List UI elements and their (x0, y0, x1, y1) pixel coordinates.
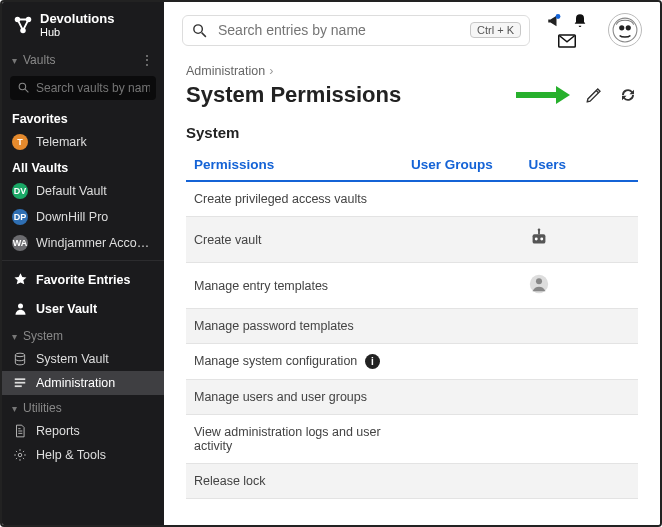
svg-point-17 (626, 25, 631, 30)
title-bar: System Permissions (186, 80, 638, 120)
table-row[interactable]: Manage entry templates (186, 263, 638, 309)
brand-sub: Hub (40, 26, 114, 38)
section-heading: System (186, 124, 638, 141)
sidebar-item-label: Telemark (36, 135, 87, 149)
sidebar-item-help-tools[interactable]: Help & Tools (2, 443, 164, 467)
sidebar-item-label: DownHill Pro (36, 210, 108, 224)
favorites-label: Favorites (2, 106, 164, 129)
svg-rect-18 (533, 234, 546, 243)
bell-icon[interactable] (572, 13, 588, 29)
sidebar-item-reports[interactable]: Reports (2, 419, 164, 443)
brand: Devolutions Hub (2, 2, 164, 46)
perm-label: Create privileged access vaults (194, 192, 367, 206)
svg-point-22 (538, 228, 541, 231)
global-search-input[interactable] (218, 22, 460, 38)
page-title: System Permissions (186, 82, 401, 108)
sidebar-item-system-vault[interactable]: System Vault (2, 347, 164, 371)
chevron-down-icon: ▾ (12, 331, 17, 342)
svg-point-15 (613, 18, 637, 42)
sidebar-item-telemark[interactable]: T Telemark (2, 129, 164, 155)
sidebar-item-label: Default Vault (36, 184, 107, 198)
col-users[interactable]: Users (520, 151, 638, 181)
all-vaults-label: All Vaults (2, 155, 164, 178)
user-avatar[interactable] (608, 13, 642, 47)
sidebar-item-user-vault[interactable]: User Vault (2, 294, 164, 323)
robot-icon (528, 227, 550, 249)
content: Administration› System Permissions Syste… (164, 54, 660, 525)
svg-point-6 (15, 354, 24, 358)
sidebar-item-administration[interactable]: Administration (2, 371, 164, 395)
top-icons (546, 12, 588, 48)
perm-label: Manage password templates (194, 319, 354, 333)
chevron-right-icon: › (269, 64, 273, 78)
vaults-heading[interactable]: ▾Vaults ⋮ (2, 46, 164, 72)
edit-button[interactable] (584, 85, 604, 105)
star-icon (12, 272, 28, 287)
table-row[interactable]: Release lock (186, 464, 638, 499)
svg-point-19 (535, 237, 538, 240)
sidebar-item-label: Reports (36, 424, 80, 438)
gear-icon (12, 448, 28, 462)
col-permissions[interactable]: Permissions (186, 151, 403, 181)
refresh-button[interactable] (618, 85, 638, 105)
svg-rect-7 (15, 379, 26, 381)
sidebar-item-default-vault[interactable]: DV Default Vault (2, 178, 164, 204)
vault-badge: T (12, 134, 28, 150)
table-row[interactable]: View administration logs and user activi… (186, 415, 638, 464)
highlight-arrow (516, 88, 570, 102)
database-icon (12, 352, 28, 366)
utilities-heading[interactable]: ▾Utilities (2, 395, 164, 419)
svg-point-3 (19, 84, 26, 91)
mail-icon[interactable] (558, 34, 576, 48)
svg-point-13 (556, 14, 561, 19)
brand-name: Devolutions (40, 11, 114, 26)
col-user-groups[interactable]: User Groups (403, 151, 521, 181)
chevron-down-icon: ▾ (12, 55, 17, 66)
sidebar-item-label: Favorite Entries (36, 273, 130, 287)
sidebar-item-label: User Vault (36, 302, 97, 316)
table-row[interactable]: Manage password templates (186, 309, 638, 344)
chevron-down-icon: ▾ (12, 403, 17, 414)
svg-line-4 (25, 90, 28, 93)
person-icon (528, 273, 550, 295)
sidebar-item-favorite-entries[interactable]: Favorite Entries (2, 265, 164, 294)
table-row[interactable]: Manage users and user groups (186, 380, 638, 415)
megaphone-icon[interactable] (546, 12, 564, 30)
info-icon[interactable]: i (365, 354, 380, 369)
topbar: Ctrl + K (164, 2, 660, 54)
svg-rect-8 (15, 382, 26, 384)
table-row[interactable]: Create privileged access vaults (186, 181, 638, 217)
vaults-menu-icon[interactable]: ⋮ (140, 52, 154, 68)
global-search[interactable]: Ctrl + K (182, 15, 530, 46)
table-row[interactable]: Manage system configuration i (186, 344, 638, 380)
system-heading[interactable]: ▾System (2, 323, 164, 347)
title-actions (516, 85, 638, 105)
vault-badge: WA (12, 235, 28, 251)
svg-point-24 (536, 278, 542, 284)
sidebar: Devolutions Hub ▾Vaults ⋮ Favorites T Te… (2, 2, 164, 525)
svg-point-16 (619, 25, 624, 30)
logo-icon (12, 14, 34, 36)
perm-label: View administration logs and user activi… (194, 425, 381, 453)
svg-point-20 (541, 237, 544, 240)
sidebar-item-downhill-pro[interactable]: DP DownHill Pro (2, 204, 164, 230)
svg-point-10 (18, 454, 22, 458)
document-icon (12, 424, 28, 438)
divider (2, 260, 164, 261)
svg-rect-9 (15, 386, 22, 388)
table-row[interactable]: Create vault (186, 217, 638, 263)
list-icon (12, 376, 28, 390)
breadcrumb-root[interactable]: Administration (186, 64, 265, 78)
sidebar-item-label: Help & Tools (36, 448, 106, 462)
breadcrumb[interactable]: Administration› (186, 60, 638, 80)
sidebar-item-windjammer[interactable]: WA Windjammer Acco… (2, 230, 164, 256)
search-icon (17, 81, 30, 94)
perm-label: Manage system configuration (194, 354, 357, 368)
sidebar-item-label: Administration (36, 376, 115, 390)
vault-search-input[interactable] (10, 76, 156, 100)
vault-badge: DV (12, 183, 28, 199)
perm-label: Create vault (194, 233, 261, 247)
brand-text: Devolutions Hub (40, 12, 114, 38)
permissions-table: Permissions User Groups Users Create pri… (186, 151, 638, 499)
svg-line-12 (202, 32, 206, 36)
